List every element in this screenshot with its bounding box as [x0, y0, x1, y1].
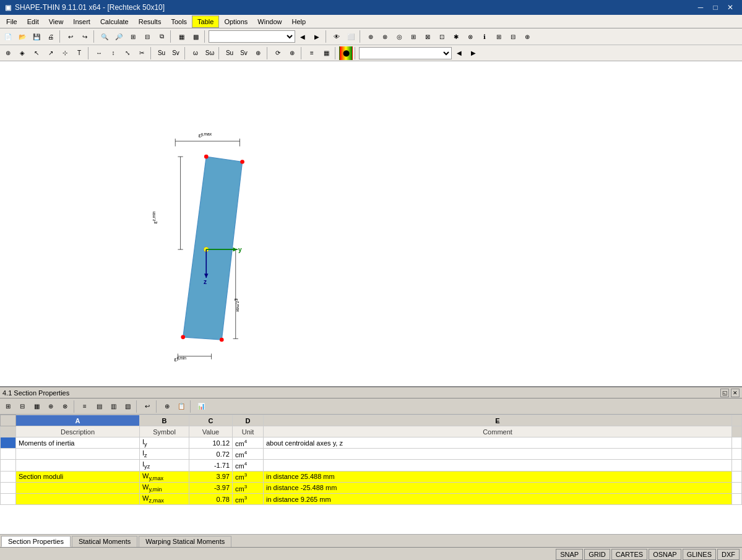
toolbar-zoom-in[interactable]: 🔍: [98, 30, 111, 43]
sep3: [170, 30, 173, 43]
toolbar2-b21[interactable]: ▦: [319, 46, 333, 60]
status-grid[interactable]: GRID: [584, 549, 610, 560]
panel-tb11[interactable]: ⊕: [160, 400, 174, 413]
panel-tb10[interactable]: ↩: [140, 400, 154, 413]
panel-tb13[interactable]: 📊: [194, 400, 208, 413]
tab-warping-statical-moments[interactable]: Warping Statical Moments: [139, 536, 231, 547]
menu-help[interactable]: Help: [287, 15, 311, 28]
tab-statical-moments[interactable]: Statical Moments: [72, 536, 137, 547]
toolbar-save[interactable]: 💾: [30, 30, 43, 43]
panel-tb7[interactable]: ▤: [92, 400, 106, 413]
toolbar2-b17[interactable]: ⊕: [251, 46, 265, 60]
toolbar-zoom-out[interactable]: 🔎: [112, 30, 126, 43]
toolbar2-b6[interactable]: T: [72, 46, 86, 60]
menu-insert[interactable]: Insert: [68, 15, 95, 28]
toolbar2-b4[interactable]: ↗: [44, 46, 58, 60]
panel-tb9[interactable]: ▧: [121, 400, 134, 413]
sep11: [267, 47, 269, 59]
panel-float-btn[interactable]: ◱: [720, 389, 729, 397]
panel-tb3[interactable]: ▦: [30, 400, 43, 413]
toolbar2-b5[interactable]: ⊹: [58, 46, 72, 60]
panel-close-btn[interactable]: ✕: [731, 389, 740, 397]
toolbar2-b2[interactable]: ◈: [15, 46, 29, 60]
toolbar-tb9[interactable]: ℹ: [478, 30, 491, 43]
panel-tb6[interactable]: ≡: [78, 400, 92, 413]
data-table-container[interactable]: A B C D E Description Symbol Value Unit …: [0, 415, 742, 534]
toolbar-redo[interactable]: ↪: [78, 30, 92, 43]
toolbar2-nav-prev[interactable]: ◀: [452, 46, 466, 60]
toolbar2-b11[interactable]: Su: [155, 46, 168, 60]
toolbar2-b9[interactable]: ⤡: [121, 46, 134, 60]
toolbar2-b7[interactable]: ↔: [92, 46, 106, 60]
toolbar-b2[interactable]: ▩: [189, 30, 202, 43]
toolbar-render[interactable]: 👁: [330, 30, 343, 43]
toolbar-tb4[interactable]: ⊞: [407, 30, 420, 43]
col-header-E: E: [264, 415, 732, 426]
model-selector[interactable]: [209, 30, 295, 43]
menu-results[interactable]: Results: [134, 15, 166, 28]
toolbar-tb5[interactable]: ⊠: [421, 30, 434, 43]
minimize-button[interactable]: ─: [694, 2, 707, 13]
panel-tb12[interactable]: 📋: [175, 400, 188, 413]
menu-calculate[interactable]: Calculate: [95, 15, 134, 28]
toolbar2-b12[interactable]: Sv: [169, 46, 183, 60]
toolbar-tb12[interactable]: ⊕: [520, 30, 534, 43]
maximize-button[interactable]: □: [709, 2, 722, 13]
col-header-A: A: [16, 415, 140, 426]
toolbar2-b16[interactable]: Sv: [237, 46, 251, 60]
tab-section-properties[interactable]: Section Properties: [1, 536, 71, 547]
toolbar-undo[interactable]: ↩: [64, 30, 77, 43]
menu-view[interactable]: View: [44, 15, 69, 28]
toolbar2-nav-next[interactable]: ▶: [467, 46, 480, 60]
toolbar-next[interactable]: ▶: [310, 30, 324, 43]
menu-tools[interactable]: Tools: [166, 15, 192, 28]
status-cartes[interactable]: CARTES: [611, 549, 647, 560]
toolbar2-color[interactable]: ⬤: [339, 46, 353, 60]
toolbar-tb2[interactable]: ⊗: [378, 30, 392, 43]
toolbar2-b3[interactable]: ↖: [30, 46, 43, 60]
status-snap[interactable]: SNAP: [556, 549, 583, 560]
toolbar-copy[interactable]: ⧉: [155, 30, 168, 43]
toolbar-tb6[interactable]: ⊡: [435, 30, 449, 43]
toolbar2-b20[interactable]: ≡: [305, 46, 319, 60]
toolbar2-b14[interactable]: Sω: [203, 46, 217, 60]
close-button[interactable]: ✕: [723, 2, 737, 13]
panel-tb2[interactable]: ⊟: [15, 400, 29, 413]
panel-tb4[interactable]: ⊕: [44, 400, 58, 413]
toolbar2-b13[interactable]: ω: [189, 46, 202, 60]
status-dxf[interactable]: DXF: [717, 549, 740, 560]
panel-tb8[interactable]: ▥: [106, 400, 120, 413]
toolbar2-b19[interactable]: ⊕: [285, 46, 299, 60]
toolbar2-b8[interactable]: ↕: [106, 46, 120, 60]
menu-edit[interactable]: Edit: [22, 15, 44, 28]
toolbar-tb1[interactable]: ⊕: [364, 30, 377, 43]
corner-bl: [181, 335, 185, 340]
toolbar-print[interactable]: 🖨: [44, 30, 58, 43]
table-row: Section moduli Wy,max 3.97 cm3 in distan…: [1, 471, 742, 482]
toolbar-b1[interactable]: ▦: [175, 30, 188, 43]
toolbar-tb8[interactable]: ⊗: [464, 30, 477, 43]
toolbar-new[interactable]: 📄: [1, 30, 15, 43]
status-glines[interactable]: GLINES: [683, 549, 716, 560]
menu-window[interactable]: Window: [252, 15, 287, 28]
toolbar-wire[interactable]: ⬜: [344, 30, 358, 43]
toolbar2-b18[interactable]: ⟳: [271, 46, 285, 60]
toolbar-tb11[interactable]: ⊟: [506, 30, 520, 43]
menu-file[interactable]: File: [1, 15, 22, 28]
toolbar-prev[interactable]: ◀: [296, 30, 309, 43]
panel-tb5[interactable]: ⊗: [58, 400, 72, 413]
toolbar-tb10[interactable]: ⊞: [492, 30, 506, 43]
menu-options[interactable]: Options: [219, 15, 252, 28]
toolbar-tb7[interactable]: ✱: [449, 30, 463, 43]
toolbar2-b15[interactable]: Su: [223, 46, 236, 60]
view-selector[interactable]: [359, 47, 452, 59]
toolbar-tb3[interactable]: ◎: [392, 30, 406, 43]
status-osnap[interactable]: OSNAP: [649, 549, 681, 560]
toolbar2-b1[interactable]: ⊕: [1, 46, 15, 60]
menu-table[interactable]: Table: [192, 15, 219, 28]
toolbar2-b10[interactable]: ✂: [135, 46, 149, 60]
panel-tb1[interactable]: ⊞: [1, 400, 15, 413]
toolbar-zoom-select[interactable]: ⊟: [140, 30, 154, 43]
toolbar-open[interactable]: 📂: [15, 30, 29, 43]
toolbar-zoom-fit[interactable]: ⊞: [126, 30, 140, 43]
